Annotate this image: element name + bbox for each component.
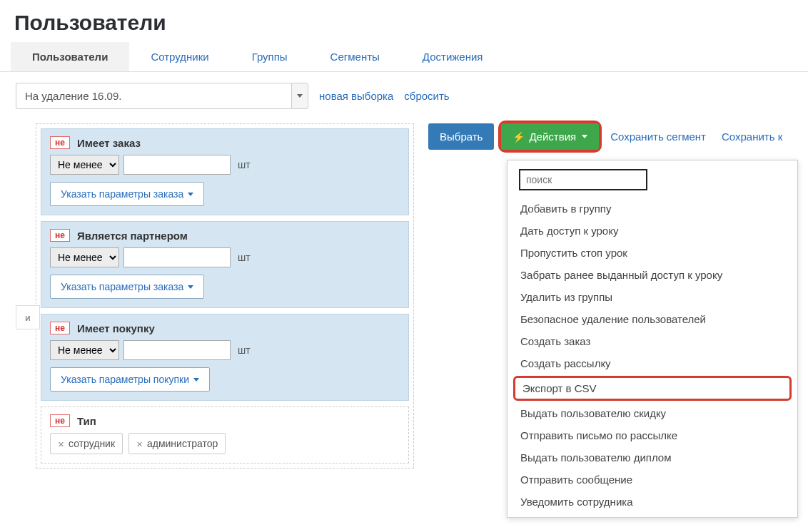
chevron-down-icon <box>291 83 308 109</box>
tab-users[interactable]: Пользователи <box>11 42 129 71</box>
close-icon[interactable] <box>58 439 64 449</box>
dropdown-search-input[interactable] <box>519 169 647 190</box>
negation-badge[interactable]: не <box>50 136 70 149</box>
dropdown-item[interactable]: Отправить письмо по рассылке <box>507 424 797 446</box>
chevron-down-icon <box>582 135 587 138</box>
filter-title: Имеет заказ <box>77 137 141 149</box>
negation-badge[interactable]: не <box>50 414 70 427</box>
bolt-icon: ⚡ <box>512 131 525 143</box>
quantity-input[interactable] <box>123 247 231 267</box>
select-button[interactable]: Выбрать <box>428 123 494 150</box>
chevron-down-icon <box>188 285 193 289</box>
type-tag-employee[interactable]: сотрудник <box>50 433 123 454</box>
actions-toolbar: Выбрать ⚡ Действия Сохранить сегмент Сох… <box>428 123 792 150</box>
actions-dropdown-menu: Добавить в группуДать доступ к урокуПроп… <box>507 160 798 518</box>
negation-badge[interactable]: не <box>50 229 70 242</box>
quantity-input[interactable] <box>123 340 231 360</box>
dropdown-item[interactable]: Добавить в группу <box>507 198 797 220</box>
tab-segments[interactable]: Сегменты <box>309 42 401 71</box>
main-area: и не Имеет заказ Не менее шт Указать пар… <box>0 116 808 525</box>
filter-title: Является партнером <box>77 230 188 242</box>
quantity-input[interactable] <box>123 155 231 175</box>
tab-employees[interactable]: Сотрудники <box>129 42 230 71</box>
save-as-link[interactable]: Сохранить к <box>717 125 787 148</box>
comparator-select[interactable]: Не менее <box>50 247 119 267</box>
order-params-button[interactable]: Указать параметры заказа <box>50 275 204 299</box>
page-title: Пользователи <box>0 0 808 42</box>
unit-label: шт <box>238 344 251 356</box>
dropdown-item[interactable]: Создать заказ <box>507 330 797 352</box>
dropdown-item[interactable]: Выдать пользователю диплом <box>507 446 797 469</box>
and-connector: и <box>16 305 40 329</box>
dropdown-item[interactable]: Удалить из группы <box>507 286 797 308</box>
reset-link[interactable]: сбросить <box>404 90 449 102</box>
dropdown-item[interactable]: Выдать пользователю скидку <box>507 402 797 424</box>
dropdown-item[interactable]: Забрать ранее выданный доступ к уроку <box>507 264 797 286</box>
filters-column: не Имеет заказ Не менее шт Указать парам… <box>36 123 414 471</box>
unit-label: шт <box>238 159 251 170</box>
filter-group: не Имеет заказ Не менее шт Указать парам… <box>36 123 414 469</box>
tab-groups[interactable]: Группы <box>231 42 309 71</box>
negation-badge[interactable]: не <box>50 322 70 334</box>
dropdown-item[interactable]: Безопасное удаление пользователей <box>507 308 797 330</box>
filter-card-has-order: не Имеет заказ Не менее шт Указать парам… <box>41 128 409 215</box>
filter-preset-value: На удаление 16.09. <box>16 83 291 109</box>
tabs-bar: Пользователи Сотрудники Группы Сегменты … <box>0 42 808 72</box>
unit-label: шт <box>238 252 251 263</box>
actions-dropdown-button[interactable]: ⚡ Действия <box>501 123 599 150</box>
dropdown-item[interactable]: Уведомить сотрудника <box>507 491 797 513</box>
chevron-down-icon <box>188 193 193 196</box>
dropdown-item[interactable]: Создать рассылку <box>507 352 797 374</box>
filter-card-type: не Тип сотрудник администратор <box>41 406 409 464</box>
purchase-params-button[interactable]: Указать параметры покупки <box>50 367 210 392</box>
filter-title: Имеет покупку <box>77 322 155 334</box>
filter-card-is-partner: не Является партнером Не менее шт Указат… <box>41 221 409 308</box>
dropdown-item[interactable]: Отправить сообщение <box>507 469 797 491</box>
dropdown-item[interactable]: Пропустить стоп урок <box>507 242 797 264</box>
tab-achievements[interactable]: Достижения <box>401 42 505 71</box>
save-segment-link[interactable]: Сохранить сегмент <box>606 125 710 148</box>
comparator-select[interactable]: Не менее <box>50 155 119 175</box>
comparator-select[interactable]: Не менее <box>50 340 119 360</box>
dropdown-item[interactable]: Экспорт в CSV <box>513 376 792 401</box>
highlight-actions: ⚡ Действия <box>501 123 599 150</box>
filter-title: Тип <box>77 415 96 427</box>
actions-column: Выбрать ⚡ Действия Сохранить сегмент Сох… <box>428 123 792 518</box>
close-icon[interactable] <box>136 439 143 449</box>
new-selection-link[interactable]: новая выборка <box>319 90 393 102</box>
dropdown-item[interactable]: Дать доступ к уроку <box>507 220 797 242</box>
filter-preset-select[interactable]: На удаление 16.09. <box>16 83 308 109</box>
controls-row: На удаление 16.09. новая выборка сбросит… <box>0 72 808 116</box>
order-params-button[interactable]: Указать параметры заказа <box>50 182 204 206</box>
filter-card-has-purchase: не Имеет покупку Не менее шт Указать пар… <box>41 314 409 401</box>
chevron-down-icon <box>193 378 199 382</box>
type-tag-admin[interactable]: администратор <box>128 433 226 454</box>
